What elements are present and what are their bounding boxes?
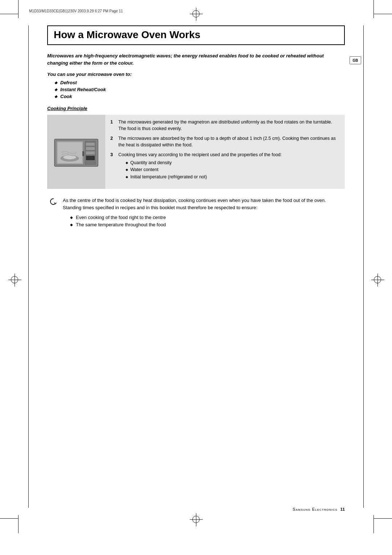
note-icon [49,197,58,206]
gb-badge: GB [350,56,361,64]
list-item: Cook [54,94,345,99]
left-border [28,25,29,508]
item-text: Cooking times vary according to the reci… [118,152,282,157]
list-item: The same temperature throughout the food [70,222,345,227]
oven-illustration [53,134,100,170]
note-content: As the centre of the food is cooked by h… [63,197,345,229]
svg-rect-8 [86,151,95,154]
list-item: Even cooking of the food right to the ce… [70,215,345,220]
numbered-item-3: 3 Cooking times vary according to the re… [110,152,340,181]
numbered-item-2: 2 The microwaves are absorbed by the foo… [110,135,340,148]
note-bullets-list: Even cooking of the food right to the ce… [63,215,345,227]
item-text: The microwaves are absorbed by the food … [118,135,340,148]
use-list: Defrost Instant Reheat/Cook Cook [47,80,345,99]
svg-rect-10 [82,151,84,156]
oven-image [47,115,105,189]
list-item: Water content [126,167,282,173]
footer-brand: Samsung Electronics [293,507,337,511]
list-item: Initial temperature (refrigerated or not… [126,174,282,181]
right-border [363,25,364,508]
title-box: How a Microwave Oven Works [47,25,345,45]
info-box-content: 1 The microwaves generated by the magnet… [105,115,345,189]
svg-rect-6 [86,143,95,146]
cooking-principle-heading: Cooking Principle [47,106,345,111]
item-number: 1 [110,119,115,132]
footer-page: 11 [340,507,345,511]
registration-mark-left [11,276,18,283]
note-text: As the centre of the food is cooked by h… [63,197,345,211]
numbered-item-1: 1 The microwaves generated by the magnet… [110,119,340,132]
use-heading: You can use your microwave oven to: [47,72,345,77]
list-item: Quantity and density [126,160,282,166]
footer: Samsung Electronics 11 [47,507,345,511]
item-content: Cooking times vary according to the reci… [118,152,282,181]
svg-rect-9 [86,156,95,160]
intro-text: Microwaves are high-frequency electromag… [47,52,345,66]
item-text: The microwaves generated by the magnetro… [118,119,340,132]
list-item: Instant Reheat/Cook [54,87,345,92]
curved-arrow-icon [49,198,57,206]
sub-bullet-list: Quantity and density Water content Initi… [118,160,282,181]
list-item: Defrost [54,80,345,85]
registration-mark-right [374,276,381,283]
info-box: 1 The microwaves generated by the magnet… [47,115,345,189]
item-number: 2 [110,135,115,148]
registration-mark-bottom [192,516,200,523]
item-number: 3 [110,152,115,181]
note-section: As the centre of the food is cooked by h… [47,197,345,229]
header-bar: M1D33/M1D33CE(GB1)230V 2003.9.29 6:27 PM… [29,7,363,15]
page-title: How a Microwave Oven Works [54,29,338,41]
file-info: M1D33/M1D33CE(GB1)230V 2003.9.29 6:27 PM… [29,9,123,13]
svg-rect-7 [86,147,95,150]
content-area: How a Microwave Oven Works Microwaves ar… [47,25,345,237]
